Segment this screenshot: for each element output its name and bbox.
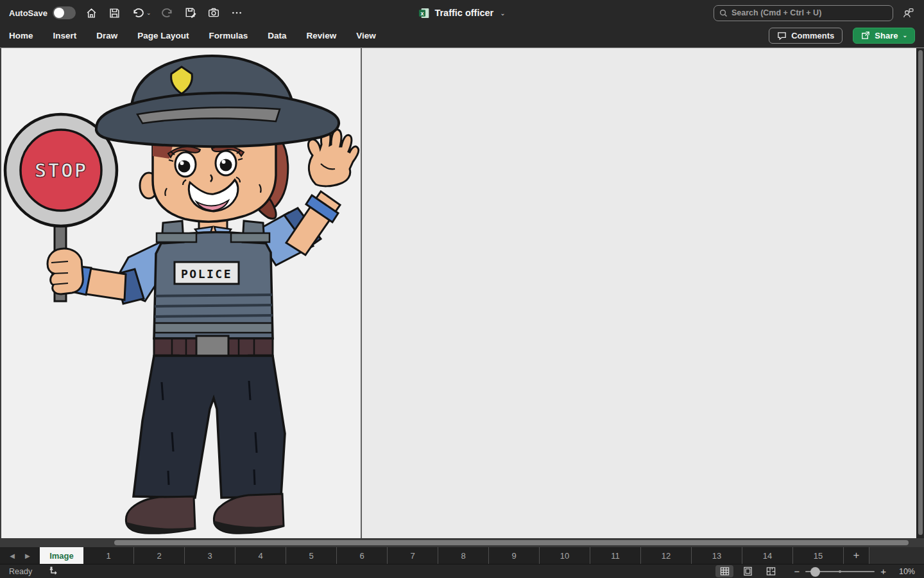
sign-holding-arm: [47, 242, 164, 304]
menu-tab-review[interactable]: Review: [305, 28, 338, 43]
search-input[interactable]: [732, 8, 887, 17]
title-dropdown-icon[interactable]: ⌄: [500, 10, 505, 17]
sheet-tab-4[interactable]: 4: [235, 547, 286, 564]
zoom-slider[interactable]: [805, 567, 875, 576]
undo-dropdown-icon[interactable]: ⌄: [146, 10, 151, 16]
share-icon: [860, 31, 870, 40]
camera-icon[interactable]: [207, 6, 221, 20]
menu-tab-view[interactable]: View: [355, 28, 377, 43]
horizontal-scrollbar[interactable]: [0, 538, 924, 547]
sheet-tab-3[interactable]: 3: [185, 547, 235, 564]
zoom-in-icon[interactable]: +: [880, 566, 886, 576]
sheet-tab-9[interactable]: 9: [489, 547, 540, 564]
sheet-tabs-next-icon[interactable]: ▶: [25, 552, 30, 559]
autosave-toggle[interactable]: [53, 6, 76, 19]
menu-tab-page-layout[interactable]: Page Layout: [136, 28, 190, 43]
used-range-divider: [361, 48, 362, 538]
zoom-slider-knob[interactable]: [810, 567, 820, 577]
comments-button[interactable]: Comments: [769, 28, 843, 44]
status-ready-label: Ready: [9, 567, 32, 576]
toggle-knob: [54, 8, 64, 18]
share-button[interactable]: Share ⌄: [853, 28, 915, 44]
more-options-icon[interactable]: [230, 6, 244, 20]
sheet-tab-7[interactable]: 7: [388, 547, 438, 564]
menu-tab-home[interactable]: Home: [8, 28, 35, 43]
menu-tab-formulas[interactable]: Formulas: [208, 28, 250, 43]
home-icon[interactable]: [85, 6, 99, 20]
zoom-control: − + 10%: [794, 566, 915, 576]
sheet-tab-12[interactable]: 12: [641, 547, 692, 564]
people-presence-icon[interactable]: [901, 6, 915, 20]
sheet-tab-2[interactable]: 2: [134, 547, 185, 564]
excel-window: AutoSave ⌄: [0, 0, 924, 578]
menu-tab-data[interactable]: Data: [266, 28, 287, 43]
normal-view-button[interactable]: [715, 565, 733, 577]
officer-artwork: STOP: [0, 48, 361, 539]
vertical-scrollbar[interactable]: [916, 48, 924, 538]
sheet-tab-image[interactable]: Image: [40, 547, 83, 564]
comments-label: Comments: [791, 31, 834, 40]
excel-file-icon: x: [418, 8, 429, 19]
tactical-vest: POLICE: [154, 221, 273, 338]
macro-record-icon[interactable]: [49, 566, 59, 577]
menu-tab-draw[interactable]: Draw: [95, 28, 119, 43]
search-box[interactable]: [714, 5, 893, 21]
svg-text:x: x: [420, 10, 424, 16]
add-sheet-button[interactable]: +: [844, 547, 869, 564]
sheet-tab-strip: ◀ ▶ Image 123456789101112131415 +: [0, 547, 924, 564]
sheet-tab-13[interactable]: 13: [692, 547, 742, 564]
zoom-level: 10%: [892, 567, 915, 576]
sheet-tab-5[interactable]: 5: [286, 547, 337, 564]
undo-icon[interactable]: [131, 6, 145, 20]
autosave-control[interactable]: AutoSave: [9, 6, 76, 19]
boots: [126, 494, 284, 533]
sheet-tab-8[interactable]: 8: [438, 547, 489, 564]
page-break-view-button[interactable]: [762, 565, 780, 577]
sheet-tab-11[interactable]: 11: [590, 547, 641, 564]
police-plaque-text: POLICE: [181, 267, 232, 281]
menu-tab-insert[interactable]: Insert: [52, 28, 78, 43]
search-icon: [719, 9, 728, 17]
quick-access-toolbar: AutoSave ⌄: [0, 0, 924, 26]
save-as-icon[interactable]: [184, 6, 198, 20]
share-dropdown-icon: ⌄: [902, 32, 907, 39]
police-hat: [96, 56, 339, 146]
page-layout-view-button[interactable]: [739, 565, 757, 577]
sheet-tabs: 123456789101112131415: [83, 547, 844, 564]
tab-strip-filler: [869, 547, 924, 564]
autosave-label: AutoSave: [9, 8, 47, 18]
sheet-tab-10[interactable]: 10: [540, 547, 590, 564]
ribbon-tab-bar: HomeInsertDrawPage LayoutFormulasDataRev…: [0, 26, 924, 48]
zoom-out-icon[interactable]: −: [794, 566, 800, 576]
officer-face: [140, 142, 276, 222]
vertical-scrollbar-thumb[interactable]: [918, 50, 923, 535]
comment-bubble-icon: [777, 31, 787, 40]
redo-icon: [160, 6, 175, 20]
gripping-fist: [47, 249, 83, 294]
sheet-tab-15[interactable]: 15: [793, 547, 844, 564]
ribbon-tabs: HomeInsertDrawPage LayoutFormulasDataRev…: [8, 28, 377, 43]
stop-sign-text: STOP: [35, 159, 88, 182]
sheet-tab-1[interactable]: 1: [83, 547, 134, 564]
spreadsheet-canvas[interactable]: STOP: [0, 48, 924, 547]
share-label: Share: [875, 31, 898, 40]
document-title: Traffic officer: [434, 8, 493, 18]
sheet-tab-6[interactable]: 6: [337, 547, 388, 564]
horizontal-scrollbar-thumb[interactable]: [114, 540, 909, 545]
document-title-group[interactable]: x Traffic officer ⌄: [418, 8, 505, 19]
save-icon[interactable]: [108, 6, 122, 20]
status-bar: Ready −: [0, 564, 924, 578]
pants: [133, 355, 285, 498]
sheet-tabs-prev-icon[interactable]: ◀: [10, 552, 15, 559]
sheet-tab-14[interactable]: 14: [742, 547, 793, 564]
